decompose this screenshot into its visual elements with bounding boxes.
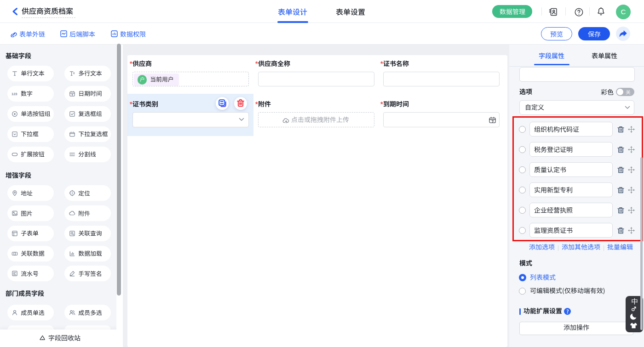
svg-text:123: 123 [12,92,17,96]
